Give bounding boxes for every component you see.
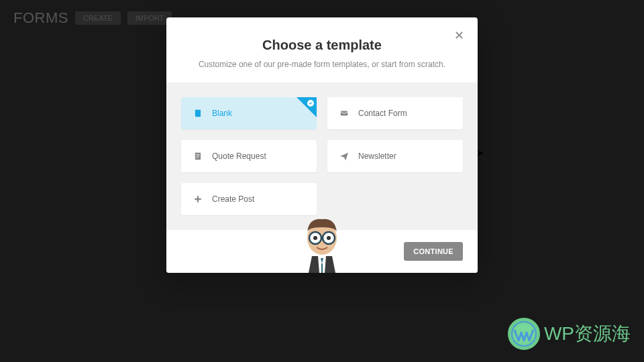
send-icon <box>339 152 349 161</box>
template-newsletter[interactable]: Newsletter <box>327 140 463 172</box>
svg-rect-0 <box>195 110 201 117</box>
modal-header: Choose a template Customize one of our p… <box>166 17 478 82</box>
close-icon: ✕ <box>454 29 464 42</box>
document-icon <box>193 152 203 161</box>
close-button[interactable]: ✕ <box>454 28 464 43</box>
mail-icon <box>339 109 349 118</box>
svg-rect-14 <box>321 263 323 273</box>
template-modal: ✕ Choose a template Customize one of our… <box>166 17 478 273</box>
svg-rect-5 <box>197 158 199 158</box>
template-label: Blank <box>212 109 232 118</box>
check-icon <box>307 100 314 107</box>
watermark: WP资源海 <box>508 318 631 350</box>
plus-icon <box>193 194 203 204</box>
watermark-logo-icon <box>508 318 540 350</box>
watermark-text: WP资源海 <box>544 321 631 347</box>
file-icon <box>193 109 203 118</box>
svg-rect-4 <box>197 156 200 156</box>
template-quote-request[interactable]: Quote Request <box>181 140 317 172</box>
mascot-illustration <box>288 213 356 273</box>
template-label: Create Post <box>212 194 254 204</box>
svg-point-12 <box>313 236 317 240</box>
template-contact-form[interactable]: Contact Form <box>327 97 463 129</box>
svg-rect-3 <box>197 154 200 155</box>
svg-rect-7 <box>195 198 201 200</box>
template-label: Quote Request <box>212 152 266 161</box>
continue-button[interactable]: CONTINUE <box>404 242 463 261</box>
template-label: Newsletter <box>358 152 396 161</box>
svg-rect-1 <box>341 111 348 116</box>
svg-point-13 <box>327 236 331 240</box>
modal-subtitle: Customize one of our pre-made form templ… <box>186 60 458 69</box>
modal-footer: CONTINUE <box>166 230 478 273</box>
template-grid: Blank Contact Form Quote Request Newslet… <box>166 82 478 230</box>
template-label: Contact Form <box>358 109 407 118</box>
template-create-post[interactable]: Create Post <box>181 183 317 215</box>
modal-title: Choose a template <box>186 38 458 53</box>
template-blank[interactable]: Blank <box>181 97 317 129</box>
